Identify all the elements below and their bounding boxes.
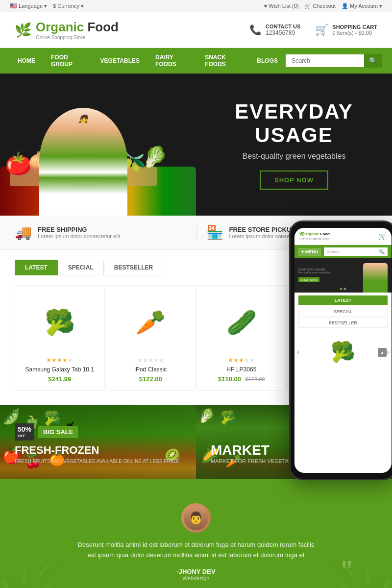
phone-mockup: 🌿Organic Food Online Shopping Store 🛒 + … <box>289 220 392 480</box>
contact-info: 📞 CONTACT US 123456789 <box>249 24 300 36</box>
phone-product-tabs: LATEST SPECIAL BESTSELLER <box>294 293 392 332</box>
testimonial-text: Deserunt molltia animi id est laborum et… <box>74 540 318 561</box>
shipping-title: FREE SHIPPING <box>38 226 122 233</box>
product-card-3: 🥒 ★★★★★ HP LP3065 $110.00 $122.00 <box>196 285 287 391</box>
site-header: 🌿 Organic Food Online Shopping Store 📞 C… <box>0 12 392 48</box>
top-bar: 🇺🇸 Language ▾ $ Currency ▾ ♥ Wish List (… <box>0 0 392 12</box>
top-bar-left: 🇺🇸 Language ▾ $ Currency ▾ <box>10 2 84 9</box>
cart-label: SHOPPING CART <box>332 24 377 30</box>
promo-discount-badge: 50% OFF <box>15 423 34 440</box>
product-price-1: $241.99 <box>20 375 99 383</box>
product-name-1: Samsung Galaxy Tab 10.1 <box>20 366 99 373</box>
phone-cart-icon: 🛒 <box>378 232 387 240</box>
hero-image-area: 🍅 🧅 🥦 🫑 🥕 🫒 🥬 👧 <box>0 74 196 216</box>
promo-frozen-title: FRESH-FROZEN <box>15 444 181 456</box>
nav-vegetables[interactable]: VEGETABLES <box>93 51 147 70</box>
tab-special[interactable]: SPECIAL <box>58 260 104 275</box>
cart-icon: 🛒 <box>315 24 328 36</box>
phone-prev-arrow[interactable]: ‹ <box>297 347 299 356</box>
product-name-2: iPod Classic <box>111 366 191 373</box>
testimonial-role: Webdesign <box>29 575 363 581</box>
hero-subtitle: Best-quality green vegetables <box>216 152 372 161</box>
testimonial-section: 🌿 🌿 👨 Deserunt molltia animi id est labo… <box>0 479 392 588</box>
testimonial-avatar: 👨 <box>181 503 211 533</box>
shipping-desc: Lorem ipsum dolor consectetur elit. <box>38 233 122 239</box>
nav-search: 🔍 <box>286 54 382 68</box>
product-price-3: $110.00 $122.00 <box>202 375 281 383</box>
cart-count: 0 Item(s) - $0.00 <box>332 30 377 36</box>
top-bar-right: ♥ Wish List (0) 🛒 Checkout 👤 My Account … <box>264 3 382 9</box>
promo-frozen-desc: FRESH FRUITS AND VEGETABLES AVAILABLE ON… <box>15 459 181 464</box>
product-card-2: 🥕 ★★★★★ iPod Classic $122.00 <box>106 285 196 391</box>
nav-home[interactable]: HOME <box>10 51 43 70</box>
nav-snack-foods[interactable]: SNACK FOODS <box>197 48 249 74</box>
tab-bestseller[interactable]: BESTSELLER <box>104 260 163 275</box>
shipping-icon: 🚚 <box>15 224 32 241</box>
header-right: 📞 CONTACT US 123456789 🛒 SHOPPING CART 0… <box>249 24 377 36</box>
logo[interactable]: 🌿 Organic Food Online Shopping Store <box>15 20 119 40</box>
phone-tab-latest[interactable]: LATEST <box>298 295 388 305</box>
phone-tab-special[interactable]: SPECIAL <box>298 307 388 317</box>
cart-area[interactable]: 🛒 SHOPPING CART 0 Item(s) - $0.00 <box>315 24 377 36</box>
logo-tagline: Online Shopping Store <box>36 35 119 40</box>
phone-hero-image <box>363 263 388 293</box>
products-section: LATEST SPECIAL BESTSELLER 🥦 ★★★★★ Samsun… <box>0 250 392 400</box>
product-image-3: 🥒 <box>202 293 281 352</box>
testimonial-name: -JHONY DEV <box>29 568 363 575</box>
product-stars-1: ★★★★★ <box>20 357 99 364</box>
search-input[interactable] <box>286 54 364 67</box>
product-price-2: $122.00 <box>111 375 191 383</box>
product-stars-2: ★★★★★ <box>111 357 191 364</box>
feature-shipping: 🚚 FREE SHIPPING Lorem ipsum dolor consec… <box>15 224 186 241</box>
search-button[interactable]: 🔍 <box>364 54 382 68</box>
phone-icon: 📞 <box>249 24 262 36</box>
hero-content: EVERYDAY USAGE Best-quality green vegeta… <box>196 85 392 204</box>
product-stars-3: ★★★★★ <box>202 357 281 364</box>
phone-product-image: 🥦 <box>323 332 363 371</box>
promo-frozen-banner: 🫛 🫑 🥦 🌶 🍎 🍒 🍊 🥝 50% OFF BIG SALE FRESH-F… <box>0 405 196 479</box>
nav-food-group[interactable]: FOOD GROUP <box>43 48 93 74</box>
contact-number: 123456789 <box>266 29 300 36</box>
logo-text: Organic Food Online Shopping Store <box>36 20 119 40</box>
product-image-1: 🥦 <box>20 293 99 352</box>
pickup-icon: 🏪 <box>206 224 223 241</box>
wishlist-link[interactable]: ♥ Wish List (0) <box>264 3 299 9</box>
phone-search: Search 🔍 <box>324 247 388 256</box>
phone-screen: 🌿Organic Food Online Shopping Store 🛒 + … <box>294 228 392 473</box>
logo-icon: 🌿 <box>15 22 32 38</box>
checkout-link[interactable]: 🛒 Checkout <box>304 3 336 9</box>
product-name-3: HP LP3065 <box>202 366 281 373</box>
feature-divider <box>196 224 196 241</box>
phone-header: 🌿Organic Food Online Shopping Store 🛒 <box>294 228 392 245</box>
currency-selector[interactable]: $ Currency ▾ <box>53 3 84 9</box>
nav-blogs[interactable]: BLOGS <box>249 51 286 70</box>
promo-big-sale-badge: BIG SALE <box>38 426 78 438</box>
hero-banner: 🍅 🧅 🥦 🫑 🥕 🫒 🥬 👧 EVERYDAY USAGE Best-qual… <box>0 74 392 216</box>
nav-dairy-foods[interactable]: DAIRY FOODS <box>147 48 197 74</box>
phone-nav: + MENU Search 🔍 <box>294 245 392 258</box>
contact-label: CONTACT US <box>266 24 300 29</box>
phone-hero-banner: EVERYDAY USAGE Best-quality green vegeta… <box>294 258 392 293</box>
language-selector[interactable]: 🇺🇸 Language ▾ <box>10 2 47 9</box>
main-nav: HOME FOOD GROUP VEGETABLES DAIRY FOODS S… <box>0 48 392 74</box>
phone-menu-button[interactable]: + MENU <box>298 248 321 256</box>
phone-scroll-up[interactable]: ▲ <box>378 348 387 357</box>
logo-name: Organic Food <box>36 20 119 35</box>
phone-product-area: ‹ 🥦 › ▲ <box>294 332 392 371</box>
product-image-2: 🥕 <box>111 293 191 352</box>
phone-logo: 🌿Organic Food Online Shopping Store <box>299 232 330 241</box>
myaccount-link[interactable]: 👤 My Account ▾ <box>342 3 382 9</box>
tab-latest[interactable]: LATEST <box>15 260 58 275</box>
hero-title: EVERYDAY USAGE <box>216 100 372 147</box>
phone-next-arrow[interactable]: › <box>387 347 389 356</box>
product-card-1: 🥦 ★★★★★ Samsung Galaxy Tab 10.1 $241.99 <box>15 285 105 391</box>
shop-now-button[interactable]: SHOP NOW <box>260 171 328 190</box>
phone-tab-bestseller[interactable]: BESTSELLER <box>298 318 388 328</box>
